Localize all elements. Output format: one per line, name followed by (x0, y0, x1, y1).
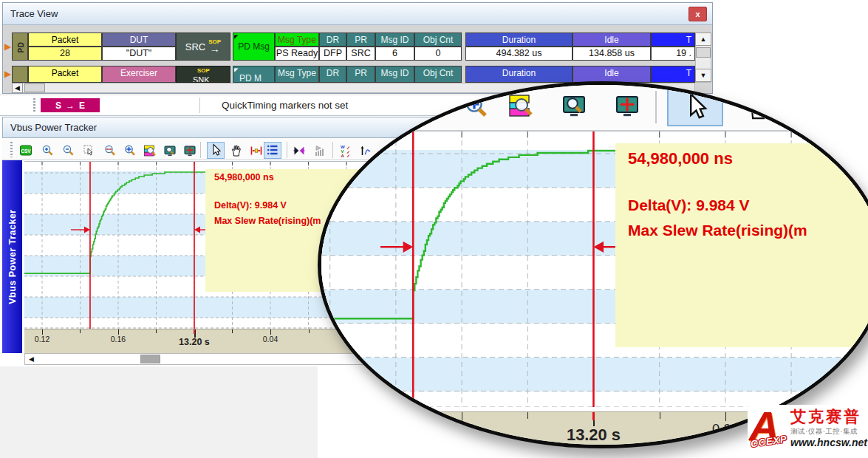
annotation-slew-rate: Max Slew Rate(rising)(m (214, 216, 321, 226)
scroll-up-icon[interactable]: ▲ (695, 33, 711, 46)
marker-axis-stub (592, 412, 595, 420)
svg-text:A: A (341, 154, 345, 158)
screen-zoom-icon[interactable] (163, 144, 177, 157)
packet-value[interactable]: 28 (28, 47, 102, 61)
screenshot-root: Trace View x ▶ PD Packet 28 DUT "DUT" SR… (0, 0, 868, 458)
pr-value[interactable]: SRC (346, 47, 375, 61)
axis-tick (462, 412, 462, 421)
hscroll-thumb[interactable] (24, 83, 45, 92)
separator (200, 142, 201, 158)
axis-tick-label: 13.20 s (161, 337, 228, 347)
trace-view-titlebar: Trace View (3, 3, 712, 25)
axis-tick (42, 329, 43, 335)
svg-text:✓: ✓ (346, 154, 350, 157)
axis-tick (270, 329, 271, 335)
col-msgid-header: Msg ID (375, 66, 414, 83)
axis-tick-label: 0.12 (24, 335, 75, 344)
col-objcnt-header: Obj Cnt (414, 66, 462, 83)
pd-msg-cell[interactable]: ◤ PD M (233, 66, 275, 83)
chart-hscroll-thumb[interactable] (140, 355, 160, 363)
lane-cell[interactable]: PD (12, 33, 28, 61)
timing-marker-icon[interactable] (250, 144, 263, 157)
screen-center-icon[interactable] (614, 92, 640, 119)
sop-src-cell[interactable]: SRC SOP → (176, 33, 230, 61)
idle-value[interactable]: 134.858 us (573, 47, 651, 61)
vbus-sidebar: Vbus Power Tracker (2, 160, 22, 353)
axis-tick-label: 13.20 s (560, 425, 626, 445)
start-end-badge[interactable]: S → E (41, 98, 100, 112)
svg-text:CSV: CSV (21, 148, 31, 154)
pd-msg-label: PD Msg (238, 41, 270, 52)
list-view-icon[interactable] (266, 143, 279, 157)
pd-msg-cell[interactable]: ◤ PD Msg (233, 33, 275, 61)
dut-value[interactable]: "DUT" (102, 47, 176, 61)
end-label: E (79, 100, 85, 111)
axis-tick-label: 0.16 (85, 335, 151, 344)
axis-tick (118, 329, 119, 335)
scroll-down-icon[interactable]: ▼ (695, 69, 711, 82)
pan-hand-icon[interactable] (744, 92, 773, 122)
separator (199, 98, 200, 113)
axis-tick (527, 412, 528, 419)
zoom-horizontal-icon[interactable] (103, 144, 117, 157)
vbus-chart-magnified[interactable]: 54,980,000 ns Delta(V): 9.984 V Max Slew… (321, 131, 868, 407)
pointer-icon[interactable] (681, 92, 711, 121)
col-msgtype-header: Msg Type (275, 66, 319, 83)
snk-label: SNK (193, 75, 210, 83)
axis-tick (396, 412, 397, 419)
vscroll-thumb[interactable] (696, 47, 711, 58)
screen-center-icon[interactable] (183, 144, 197, 157)
color-map-icon[interactable] (143, 144, 157, 157)
axis-tick (330, 412, 331, 421)
lane-label: PD (13, 33, 28, 61)
axis-tick-label: 0.16 (428, 421, 495, 437)
zoom-in-icon[interactable] (41, 144, 55, 157)
msgtype-value[interactable]: PS Ready (275, 47, 319, 61)
sop-snk-cell[interactable]: SOP SNK (176, 66, 230, 83)
duration-value[interactable]: 494.382 us (465, 47, 573, 61)
pan-hand-icon[interactable] (230, 144, 243, 157)
zoom-out-icon[interactable] (62, 144, 75, 157)
t-value[interactable]: 19 . (651, 47, 695, 61)
vbus-title: Vbus Power Tracker (10, 122, 97, 133)
color-map-icon[interactable] (508, 92, 534, 119)
pointer-icon[interactable] (209, 143, 222, 157)
msgid-value[interactable]: 6 (375, 47, 414, 61)
list-tool-selected[interactable] (849, 88, 868, 126)
arrow-right-icon: → (66, 100, 75, 111)
screen-zoom-icon[interactable] (561, 92, 587, 119)
drag-handle[interactable] (10, 142, 13, 157)
axis-tick-label: 0.12 (321, 421, 363, 437)
timing-marker-icon[interactable] (802, 95, 828, 121)
lane-cell[interactable] (12, 66, 28, 83)
col-msgid-header: Msg ID (375, 33, 414, 47)
col-packet-header: Packet (28, 66, 102, 83)
csv-export-icon[interactable]: CSV (19, 144, 33, 157)
statistics-icon[interactable] (313, 144, 327, 157)
src-label: SRC (185, 41, 205, 52)
scroll-left-icon[interactable]: ◀ (12, 83, 23, 93)
row-pointer-icon: ▶ (4, 41, 11, 52)
verify-checks-icon[interactable]: W✓V✓A✓ (340, 144, 353, 157)
corner-marker-icon: ◤ (234, 34, 238, 40)
zoom-vertical-icon[interactable] (123, 144, 137, 157)
drag-handle[interactable] (33, 98, 35, 112)
jump-up-icon[interactable] (359, 144, 372, 157)
col-idle-header: Idle (573, 33, 651, 47)
separator (287, 142, 287, 158)
col-dr-header: DR (319, 33, 346, 47)
list-view-icon[interactable] (858, 92, 868, 122)
axis-tick (156, 329, 157, 333)
bowtie-collapse-icon[interactable] (293, 144, 306, 157)
dr-value[interactable]: DFP (319, 47, 346, 61)
src-arrow-icon: → (210, 44, 220, 54)
quicktiming-status: QuickTiming markers not set (222, 100, 348, 111)
close-button[interactable]: x (688, 7, 707, 21)
col-duration-header: Duration (465, 66, 573, 83)
objcnt-value[interactable]: 0 (414, 47, 462, 61)
scroll-left-icon[interactable]: ◀ (26, 354, 37, 364)
annotation-time: 54,980,000 ns (214, 172, 274, 182)
annotation-delta-v: Delta(V): 9.984 V (214, 200, 287, 211)
separator (655, 91, 657, 123)
zoom-select-icon[interactable] (83, 144, 96, 157)
